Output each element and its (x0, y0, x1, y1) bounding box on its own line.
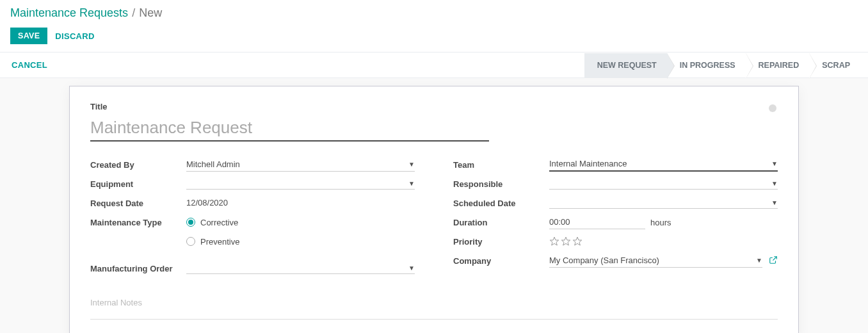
chevron-down-icon: ▼ (408, 180, 415, 187)
title-label: Title (90, 102, 489, 111)
scheduled-label: Scheduled Date (453, 199, 549, 208)
maint-type-preventive[interactable]: Preventive (186, 235, 415, 248)
stage-new-request[interactable]: NEW REQUEST (584, 53, 667, 77)
cancel-button[interactable]: CANCEL (8, 53, 54, 77)
created-by-label: Created By (90, 160, 186, 170)
svg-marker-0 (550, 238, 558, 246)
statusbar: CANCEL NEW REQUEST IN PROGRESS REPAIRED … (0, 52, 868, 78)
right-col: Team Internal Maintenance ▼ Responsible … (453, 156, 778, 279)
maint-type-corrective-label: Corrective (200, 218, 238, 227)
request-date-value: 12/08/2020 (186, 197, 415, 209)
radio-unchecked-icon (186, 237, 195, 246)
company-value: My Company (San Francisco) (549, 256, 756, 265)
company-field[interactable]: My Company (San Francisco) ▼ (549, 254, 762, 268)
maint-type-label: Maintenance Type (90, 218, 186, 227)
stage-scrap[interactable]: SCRAP (809, 53, 860, 77)
created-by-field[interactable]: Mitchell Admin ▼ (186, 158, 415, 172)
mo-label: Manufacturing Order (90, 264, 186, 273)
created-by-value: Mitchell Admin (186, 159, 408, 169)
chevron-down-icon: ▼ (756, 257, 762, 264)
star-icon[interactable] (572, 236, 583, 247)
external-link-icon[interactable] (769, 256, 778, 266)
duration-input[interactable] (549, 216, 645, 229)
svg-marker-1 (561, 238, 570, 246)
team-label: Team (453, 160, 549, 170)
chevron-down-icon: ▼ (771, 199, 778, 206)
chevron-down-icon: ▼ (408, 264, 415, 272)
team-field[interactable]: Internal Maintenance ▼ (549, 158, 778, 172)
radio-checked-icon (186, 218, 195, 227)
mo-field[interactable]: ▼ (186, 263, 415, 274)
company-label: Company (453, 256, 549, 266)
responsible-label: Responsible (453, 179, 549, 189)
header-actions: SAVE DISCARD (10, 21, 858, 52)
responsible-field[interactable]: ▼ (549, 179, 778, 190)
star-icon[interactable] (549, 236, 559, 247)
discard-button[interactable]: DISCARD (55, 31, 94, 41)
star-icon[interactable] (561, 236, 571, 247)
internal-notes[interactable]: Internal Notes (90, 298, 778, 320)
title-input[interactable] (90, 114, 489, 142)
scheduled-field[interactable]: ▼ (549, 198, 778, 209)
team-value: Internal Maintenance (549, 159, 771, 168)
chevron-down-icon: ▼ (771, 180, 778, 187)
form-area: Title Created By Mitchell Admin ▼ Equipm… (0, 78, 868, 333)
stages: NEW REQUEST IN PROGRESS REPAIRED SCRAP (584, 53, 860, 77)
stage-repaired[interactable]: REPAIRED (746, 53, 810, 77)
maint-type-corrective[interactable]: Corrective (186, 216, 415, 229)
form-sheet: Title Created By Mitchell Admin ▼ Equipm… (69, 86, 799, 333)
duration-unit: hours (650, 218, 671, 227)
svg-marker-2 (573, 238, 581, 246)
chevron-down-icon: ▼ (771, 160, 778, 167)
chevron-down-icon: ▼ (408, 161, 415, 168)
stage-in-progress[interactable]: IN PROGRESS (667, 53, 746, 77)
priority-label: Priority (453, 237, 549, 247)
request-date-label: Request Date (90, 199, 186, 208)
maint-type-preventive-label: Preventive (200, 237, 239, 247)
duration-label: Duration (453, 218, 549, 227)
breadcrumb-root[interactable]: Maintenance Requests (10, 5, 128, 21)
breadcrumb-current: New (139, 5, 162, 21)
header: Maintenance Requests / New SAVE DISCARD (0, 0, 868, 52)
left-col: Created By Mitchell Admin ▼ Equipment ▼ (90, 156, 415, 279)
equipment-field[interactable]: ▼ (186, 179, 415, 190)
equipment-label: Equipment (90, 179, 186, 189)
priority-stars[interactable] (549, 236, 778, 247)
breadcrumb-sep: / (132, 5, 135, 21)
save-button[interactable]: SAVE (10, 28, 47, 44)
breadcrumb: Maintenance Requests / New (10, 5, 858, 21)
